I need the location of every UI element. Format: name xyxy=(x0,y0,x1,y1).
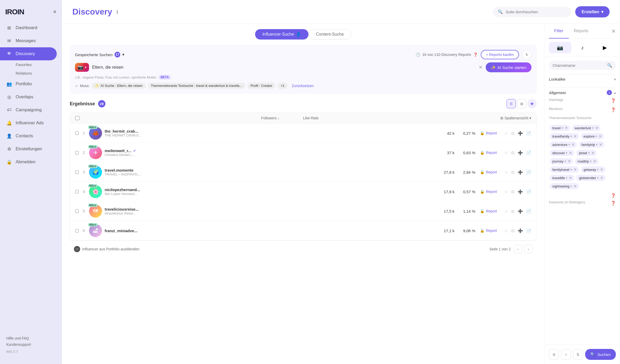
row-checkbox[interactable] xyxy=(75,132,79,135)
tag-chip-discover[interactable]: discover▾✕ xyxy=(550,150,574,156)
close-sidebar-button[interactable]: ✕ xyxy=(53,9,57,15)
sidebar-item-abmelden[interactable]: 🔒 Abmelden xyxy=(0,155,62,168)
col-followers-header[interactable]: Followers ↓ xyxy=(261,116,280,120)
tab-reports[interactable]: Reports xyxy=(569,24,594,38)
report-button[interactable]: 🔒 Report xyxy=(478,188,499,195)
lookalike-accordion-header[interactable]: Lookalike ▾ xyxy=(549,74,616,84)
col-like-rate-header[interactable]: Like-Rate xyxy=(303,116,319,120)
sidebar-item-dashboard[interactable]: ⊞ Dashboard xyxy=(0,21,62,34)
instagram-platform-button[interactable]: 📷 xyxy=(549,42,571,53)
add-to-list-icon[interactable]: ➕ xyxy=(518,170,523,175)
document-icon[interactable]: 📄 xyxy=(526,228,531,233)
search-text-input[interactable] xyxy=(92,65,476,70)
buy-reports-button[interactable]: + Reports kaufen xyxy=(481,50,519,59)
report-button[interactable]: 🔒 Report xyxy=(478,228,499,234)
sidebar-item-influencer-ads[interactable]: 🔔 Influencer Ads xyxy=(0,116,62,129)
tag-chip-sightseeing[interactable]: sightseeing▾✕ xyxy=(550,183,579,189)
tag-chip-globetrotter[interactable]: globetrotter▾✕ xyxy=(576,175,605,181)
compare-icon[interactable]: ⚖ xyxy=(511,228,515,233)
tag-chip-familytravel[interactable]: familytravel▾✕ xyxy=(550,166,579,173)
row-checkbox[interactable] xyxy=(75,171,79,174)
report-button[interactable]: 🔒 Report xyxy=(478,130,499,136)
tag-chip-getaway[interactable]: getaway▾✕ xyxy=(581,166,605,173)
add-to-list-icon[interactable]: ➕ xyxy=(518,209,523,214)
create-button[interactable]: Erstellen ▾ xyxy=(575,6,610,17)
tag-chip-travellife[interactable]: travellife▾✕ xyxy=(550,175,574,181)
list-view-button[interactable]: ☰ xyxy=(507,99,516,108)
col-view-header[interactable]: ⊞ Spaltenansicht ▾ xyxy=(500,116,531,120)
save-filter-button[interactable]: ☆ xyxy=(561,349,571,360)
tiktok-platform-button[interactable]: ♪ xyxy=(571,42,594,53)
sidebar-item-messages[interactable]: ✉ Messages xyxy=(0,34,62,47)
compare-icon[interactable]: ⚖ xyxy=(511,170,515,175)
help-link[interactable]: Hilfe und FAQ xyxy=(6,335,56,341)
add-to-list-icon[interactable]: ➕ xyxy=(518,189,523,194)
sidebar-item-portfolio[interactable]: 👥 Portfolio xyxy=(0,77,62,90)
star-icon[interactable]: ☆ xyxy=(504,228,508,233)
grid-view-button[interactable]: ⊞ xyxy=(517,99,526,108)
compare-icon[interactable]: ⚖ xyxy=(511,209,515,214)
star-icon[interactable]: ☆ xyxy=(504,170,508,175)
row-checkbox[interactable] xyxy=(75,210,79,213)
global-search-input[interactable] xyxy=(505,10,563,14)
youtube-platform-button[interactable]: ▶ xyxy=(593,42,616,53)
tab-influencer-search[interactable]: Influencer-Suche 👤 xyxy=(255,29,308,40)
sidebar-item-relations[interactable]: Relations xyxy=(0,69,62,77)
tag-chip-jetset[interactable]: jetset▾✕ xyxy=(576,150,596,156)
row-checkbox[interactable] xyxy=(75,190,79,193)
channel-search[interactable]: 🔍 xyxy=(549,61,616,70)
report-button[interactable]: 🔒 Report xyxy=(478,150,499,156)
tag-chip-explore[interactable]: explore▾✕ xyxy=(581,133,604,139)
sidebar-item-contacts[interactable]: 👤 Contacts xyxy=(0,129,62,142)
sidebar-item-overlaps[interactable]: ◎ Overlaps xyxy=(0,90,62,103)
tag-chip-adventure[interactable]: adventure▾✕ xyxy=(550,141,577,148)
report-button[interactable]: 🔒 Report xyxy=(478,169,499,175)
document-icon[interactable]: 📄 xyxy=(526,189,531,194)
ai-search-button[interactable]: ✨ AI Suche starten xyxy=(486,62,532,72)
star-icon[interactable]: ☆ xyxy=(504,150,508,155)
tab-filter[interactable]: Filter xyxy=(549,24,569,38)
document-icon[interactable]: 📄 xyxy=(526,209,531,214)
compare-icon[interactable]: ⚖ xyxy=(511,131,515,136)
special-view-button[interactable]: ★ xyxy=(527,99,537,108)
select-all-checkbox[interactable] xyxy=(75,116,79,120)
row-checkbox[interactable] xyxy=(75,229,79,232)
add-to-list-icon[interactable]: ➕ xyxy=(518,150,523,155)
tab-content-search[interactable]: Content-Suche xyxy=(308,29,351,40)
saved-searches-dropdown[interactable]: Gespeicherte Suchen 17 ▾ xyxy=(75,52,124,57)
refresh-button[interactable]: ↻ xyxy=(522,50,532,59)
tag-chip-travelfamily[interactable]: travelfamily▾✕ xyxy=(550,133,579,139)
report-button[interactable]: 🔒 Report xyxy=(478,208,499,214)
close-panel-button[interactable]: ✕ xyxy=(611,28,616,34)
next-page-button[interactable]: › xyxy=(524,245,533,253)
allgemein-accordion-header[interactable]: Allgemein 1 ▴ xyxy=(549,87,616,98)
star-icon[interactable]: ☆ xyxy=(504,189,508,194)
row-checkbox[interactable] xyxy=(75,151,79,154)
sidebar-item-einstellungen[interactable]: ⚙ Einstellungen xyxy=(0,142,62,155)
compare-icon[interactable]: ⚖ xyxy=(511,189,515,194)
channel-name-input[interactable] xyxy=(553,63,605,68)
tag-chip-familytrip[interactable]: familytrip▾✕ xyxy=(579,141,604,148)
tag-chip-journey[interactable]: journey▾✕ xyxy=(550,158,573,164)
sort-filter-button[interactable]: ⇅ xyxy=(573,349,583,360)
tag-chip-roadtrip[interactable]: roadtrip▾✕ xyxy=(575,158,598,164)
filter-tag-ai[interactable]: ✨ AI Suche : Eltern, die reisen xyxy=(92,83,145,89)
tag-chip-wanderlust[interactable]: wanderlust▾✕ xyxy=(572,125,600,131)
clear-search-button[interactable]: ✕ xyxy=(479,64,483,70)
document-icon[interactable]: 📄 xyxy=(526,170,531,175)
tag-chip-travel[interactable]: travel▾✕ xyxy=(550,125,570,131)
clear-filter-button[interactable]: ⊘ xyxy=(549,349,559,360)
filter-tag-profile[interactable]: Profil : Creator xyxy=(247,83,275,89)
filter-tag-theme[interactable]: Themenrelevante Textsuche : travel & wan… xyxy=(148,83,245,89)
sidebar-item-campaigning[interactable]: 🏷 Campaigning xyxy=(0,103,62,116)
support-link[interactable]: Kundensupport xyxy=(6,341,56,348)
apply-search-button[interactable]: 🔍 Suchen xyxy=(585,349,616,360)
add-to-list-icon[interactable]: ➕ xyxy=(518,131,523,136)
exclude-portfolio-button[interactable]: − Influencer aus Portfolio ausblenden xyxy=(74,246,139,252)
star-icon[interactable]: ☆ xyxy=(504,209,508,214)
reset-filters-button[interactable]: Zurücksetzen xyxy=(292,84,314,88)
platform-selector[interactable]: 📷 ▾ xyxy=(75,63,89,72)
filter-tag-more[interactable]: +1 xyxy=(277,83,288,89)
document-icon[interactable]: 📄 xyxy=(526,150,531,155)
sidebar-item-favorites[interactable]: Favorites xyxy=(0,60,62,69)
